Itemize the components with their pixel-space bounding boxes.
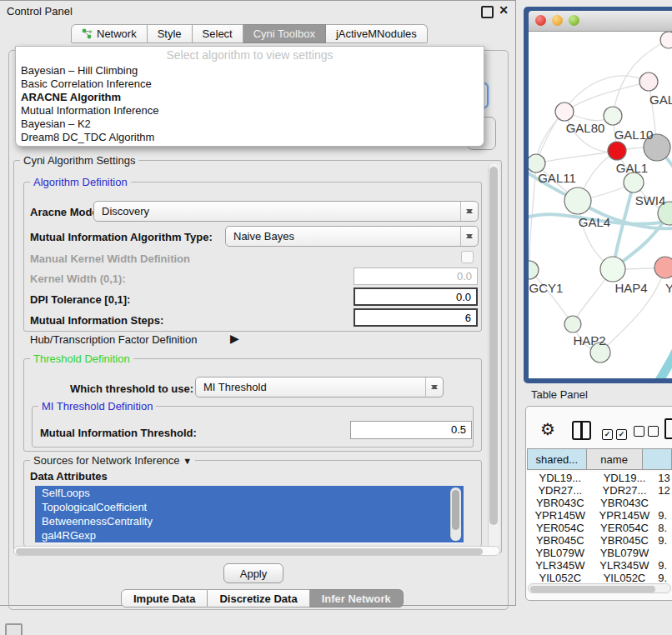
float-window-icon[interactable] — [481, 6, 494, 18]
table-row[interactable]: YDL19...YDL19...13 — [527, 472, 672, 484]
table-hscrollbar[interactable] — [528, 583, 671, 593]
aracne-mode-combo[interactable]: Discovery — [93, 201, 479, 222]
which-threshold-combo[interactable]: MI Threshold — [195, 377, 444, 398]
table-row[interactable]: YLR345WYLR345W9. — [527, 559, 672, 572]
deselect-all-columns-icon[interactable] — [634, 425, 662, 440]
close-icon[interactable]: ✕ — [499, 3, 509, 17]
network-node[interactable] — [639, 72, 658, 91]
close-traffic-light[interactable] — [535, 15, 546, 26]
which-threshold-label: Which threshold to use: — [70, 382, 193, 395]
table-row[interactable]: YDR27...YDR27...12 — [527, 484, 672, 497]
dropdown-item[interactable]: Dream8 DC_TDC Algorithm — [16, 131, 484, 144]
manual-kernel-checkbox[interactable] — [461, 251, 474, 263]
network-node[interactable] — [600, 257, 625, 282]
minimized-window-icon[interactable] — [5, 623, 23, 635]
table-header-row: shared... name — [527, 448, 672, 470]
settings-hscrollbar-thumb[interactable] — [16, 548, 483, 555]
tab-network[interactable]: Network — [71, 24, 148, 43]
table-row[interactable]: YIL052CYIL052C9. — [527, 572, 672, 582]
dpi-tolerance-field[interactable]: 0.0 — [354, 288, 478, 306]
column-header-name[interactable]: name — [587, 448, 643, 470]
attributes-scrollbar[interactable] — [450, 488, 461, 541]
network-window-titlebar[interactable] — [529, 11, 672, 32]
select-all-columns-icon[interactable]: ✓✓ — [602, 425, 630, 440]
network-node[interactable] — [624, 172, 644, 192]
combo-arrows-icon — [460, 202, 478, 221]
panel-title: Control Panel — [7, 5, 73, 18]
table-row[interactable]: YPR145WYPR145W9. — [527, 509, 672, 522]
network-node[interactable] — [654, 257, 672, 278]
node-label: GCY1 — [529, 281, 564, 295]
network-node-red[interactable] — [608, 142, 626, 160]
expanded-arrow-icon[interactable]: ▼ — [183, 456, 192, 466]
apply-button[interactable]: Apply — [223, 563, 283, 583]
mi-threshold-field[interactable]: 0.5 — [350, 421, 472, 439]
dpi-tolerance-label: DPI Tolerance [0,1]: — [30, 293, 130, 306]
tab-jactivemnodules[interactable]: jActiveMNodules — [326, 24, 428, 43]
mi-type-combo[interactable]: Naive Bayes — [225, 226, 479, 247]
network-node[interactable] — [564, 188, 591, 214]
node-label: GAL4 — [579, 215, 610, 229]
node-label: HAP4 — [614, 281, 647, 295]
network-node[interactable] — [660, 32, 672, 48]
network-node[interactable] — [529, 154, 545, 172]
new-table-icon[interactable] — [664, 418, 672, 439]
settings-scrollbar-thumb[interactable] — [489, 167, 498, 525]
data-attributes-list: SelfLoops TopologicalCoefficient Between… — [35, 486, 464, 543]
list-item[interactable]: SelfLoops — [35, 486, 464, 500]
hub-definition-label[interactable]: Hub/Transcription Factor Definition — [30, 333, 197, 346]
network-node[interactable] — [564, 316, 581, 332]
table-row[interactable]: YBL079WYBL079W — [527, 547, 672, 559]
zoom-traffic-light[interactable] — [569, 15, 579, 26]
minimize-traffic-light[interactable] — [552, 15, 563, 26]
column-header-shared-name[interactable]: shared... — [527, 448, 587, 470]
settings-group-title: Cyni Algorithm Settings — [20, 154, 138, 167]
table-panel-title: Table Panel — [531, 388, 588, 401]
kernel-width-field[interactable]: 0.0 — [354, 268, 478, 285]
tab-impute-data[interactable]: Impute Data — [121, 589, 208, 608]
collapsed-arrow-icon[interactable]: ▶ — [230, 332, 239, 345]
settings-hscrollbar[interactable] — [13, 546, 500, 556]
table-body: YDL19...YDL19...13 YDR27...YDR27...12 YB… — [527, 472, 672, 582]
threshold-definition-title: Threshold Definition — [30, 352, 133, 365]
mi-threshold-label: Mutual Information Threshold: — [40, 427, 197, 439]
mi-steps-field[interactable]: 6 — [354, 308, 478, 327]
tab-style[interactable]: Style — [148, 24, 193, 43]
node-label: SWI4 — [635, 193, 666, 208]
network-node[interactable] — [529, 261, 539, 279]
dropdown-item[interactable]: Bayesian – K2 — [16, 118, 484, 131]
tab-select[interactable]: Select — [193, 24, 243, 43]
table-row[interactable]: YBR043CYBR043C — [527, 497, 672, 509]
dropdown-hint: Select algorithm to view settings — [16, 47, 484, 64]
node-label: HAP2 — [573, 333, 605, 348]
tab-cyni-toolbox[interactable]: Cyni Toolbox — [243, 24, 326, 43]
mi-steps-label: Mutual Information Steps: — [30, 314, 163, 327]
list-item[interactable]: gal4RGexp — [35, 528, 464, 542]
settings-scrollbar[interactable] — [488, 163, 499, 548]
dropdown-item-selected[interactable]: ARACNE Algorithm — [16, 91, 484, 104]
network-icon — [82, 28, 93, 39]
network-canvas[interactable]: GAL GAL80 GAL10 GAL1 GAL11 SWI4 GAL4 GCY… — [529, 32, 672, 378]
attributes-scrollbar-thumb[interactable] — [452, 490, 459, 530]
list-item[interactable]: BetweennessCentrality — [35, 514, 464, 528]
column-header-clipped[interactable] — [643, 448, 672, 470]
network-node[interactable] — [604, 107, 622, 125]
mi-threshold-group-title: MI Threshold Definition — [38, 400, 156, 412]
bottom-tab-bar: Impute Data Discretize Data Infer Networ… — [121, 589, 404, 608]
dropdown-item[interactable]: Bayesian – Hill Climbing — [16, 64, 484, 78]
dropdown-item[interactable]: Basic Correlation Inference — [16, 78, 484, 91]
data-attributes-label: Data Attributes — [30, 470, 108, 482]
tab-discretize-data[interactable]: Discretize Data — [208, 589, 309, 608]
dropdown-item[interactable]: Mutual Information Inference — [16, 104, 484, 118]
gear-icon[interactable]: ⚙ — [540, 419, 555, 439]
tab-infer-network[interactable]: Infer Network — [310, 589, 404, 608]
column-layout-icon[interactable] — [572, 421, 591, 440]
table-hscrollbar-thumb[interactable] — [530, 586, 655, 592]
network-graph: GAL GAL80 GAL10 GAL1 GAL11 SWI4 GAL4 GCY… — [529, 32, 672, 378]
combo-arrows-icon — [425, 378, 443, 397]
table-row[interactable]: YBR045CYBR045C9. — [527, 534, 672, 547]
node-label: GAL11 — [538, 171, 576, 185]
network-node[interactable] — [555, 102, 574, 121]
list-item[interactable]: TopologicalCoefficient — [35, 500, 464, 514]
table-row[interactable]: YER054CYER054C8. — [527, 522, 672, 534]
